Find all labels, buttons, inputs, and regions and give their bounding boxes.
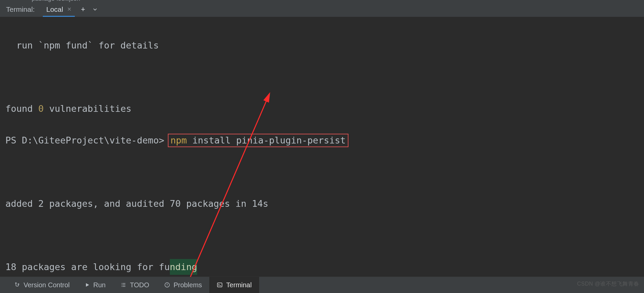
terminal-tabs-bar: Terminal: Local ✕ + xyxy=(0,2,644,17)
terminal-line xyxy=(5,69,639,85)
branch-icon xyxy=(14,282,20,288)
terminal-panel-title: Terminal: xyxy=(6,5,35,13)
chevron-down-icon xyxy=(92,6,98,12)
text-selection: nding xyxy=(170,259,197,275)
toolwindow-terminal[interactable]: Terminal xyxy=(209,277,259,293)
toolwindow-label: Version Control xyxy=(24,281,70,289)
terminal-tab-label: Local xyxy=(46,5,63,13)
toolwindow-run[interactable]: Run xyxy=(77,277,113,293)
terminal-line: PS D:\GiteeProject\vite-demo> npm instal… xyxy=(5,132,639,148)
terminal-line: found 0 vulnerabilities xyxy=(5,101,639,117)
terminal-output[interactable]: run `npm fund` for details found 0 vulne… xyxy=(0,17,644,277)
terminal-line: added 2 packages, and audited 70 package… xyxy=(5,196,639,211)
terminal-tab-local[interactable]: Local ✕ xyxy=(41,2,77,17)
terminal-line: 18 packages are looking for funding xyxy=(5,259,639,275)
toolwindow-problems[interactable]: Problems xyxy=(157,277,209,293)
terminal-line xyxy=(5,227,639,243)
terminal-prompt: PS D:\GiteeProject\vite-demo> xyxy=(5,135,170,145)
toolwindow-bar: Version Control Run TODO Problems Termin… xyxy=(0,276,644,293)
toolwindow-label: TODO xyxy=(130,281,149,289)
warning-icon xyxy=(164,282,170,288)
terminal-line: run `npm fund` for details xyxy=(5,37,639,53)
list-icon xyxy=(120,282,126,288)
toolwindow-label: Terminal xyxy=(226,281,252,289)
toolwindow-label: Problems xyxy=(174,281,202,289)
toolwindow-label: Run xyxy=(93,281,106,289)
annotated-command-box: npm install pinia-plugin-persist xyxy=(168,134,348,147)
toolwindow-version-control[interactable]: Version Control xyxy=(7,277,77,293)
vuln-count: 0 xyxy=(38,103,44,114)
terminal-dropdown-button[interactable] xyxy=(89,6,101,12)
toolwindow-todo[interactable]: TODO xyxy=(113,277,156,293)
svg-rect-1 xyxy=(218,283,222,287)
watermark: CSDN @谁不想飞舞青春 xyxy=(577,281,639,288)
add-terminal-button[interactable]: + xyxy=(77,5,89,14)
terminal-line xyxy=(5,164,639,180)
play-icon xyxy=(85,282,90,288)
terminal-icon xyxy=(217,282,223,288)
npm-command: npm xyxy=(171,135,187,145)
close-icon[interactable]: ✕ xyxy=(67,7,71,12)
